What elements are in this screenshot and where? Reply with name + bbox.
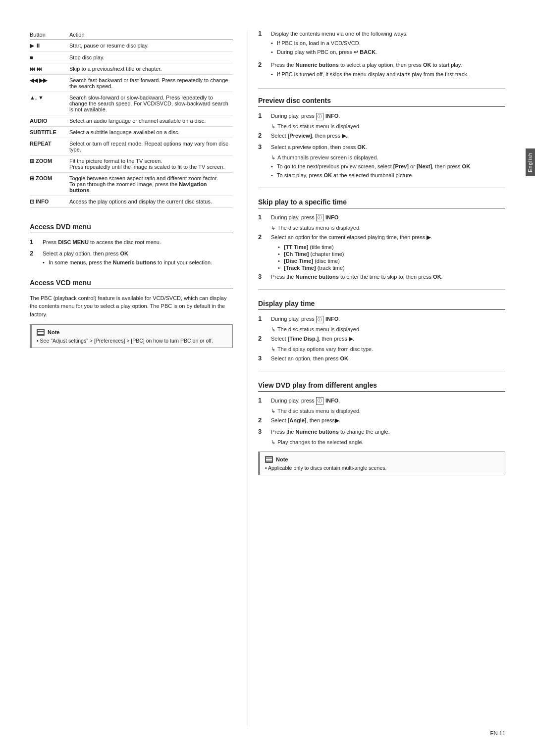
- dvd-steps: 1 Press DISC MENU to access the disc roo…: [30, 238, 233, 269]
- divider-1: [258, 88, 505, 89]
- table-row: ▶ ⏸Start, pause or resume disc play.: [30, 40, 233, 52]
- table-cell-button: ⊞ ZOOM: [30, 155, 69, 173]
- table-cell-button: ⊡ INFO: [30, 196, 69, 208]
- table-row: REPEATSelect or turn off repeat mode. Re…: [30, 138, 233, 155]
- table-cell-button: ⏮ ⏭: [30, 63, 69, 75]
- intro-bullet-1: If PBC is on, load in a VCD/SVCD.: [271, 40, 505, 47]
- table-cell-action: Fit the picture format to the TV screen.…: [69, 155, 233, 173]
- dvd-step-2: 2 Select a play option, then press OK. I…: [30, 250, 233, 269]
- table-cell-action: Search slow-forward or slow-backward. Pr…: [69, 92, 233, 115]
- skip-time-ch: [Ch Time] (chapter time): [278, 251, 505, 257]
- skip-time-disc: [Disc Time] (disc time): [278, 258, 505, 264]
- table-cell-button: ■: [30, 52, 69, 63]
- note-icon-2: [265, 456, 273, 463]
- divider-3: [258, 289, 505, 290]
- table-cell-button: ▲, ▼: [30, 92, 69, 115]
- table-row: ⊞ ZOOMToggle between screen aspect ratio…: [30, 173, 233, 196]
- skip-step-2: 2 Select an option for the current elaps…: [258, 233, 505, 242]
- table-col-button: Button: [30, 30, 69, 40]
- table-row: ⊡ INFOAccess the play options and displa…: [30, 196, 233, 208]
- table-cell-button: REPEAT: [30, 138, 69, 155]
- table-row: ⊞ ZOOMFit the picture format to the TV s…: [30, 155, 233, 173]
- skip-section-title: Skip play to a specific time: [258, 198, 505, 208]
- intro-bullet-3: If PBC is turned off, it skips the menu …: [271, 71, 505, 78]
- angles-arrow-3: ↳ Play changes to the selected angle.: [271, 439, 505, 446]
- table-cell-action: Access the play options and display the …: [69, 196, 233, 208]
- table-cell-action: Select an audio language or channel avai…: [69, 115, 233, 127]
- skip-step-1: 1 During play, press ⓘ INFO.: [258, 213, 505, 222]
- vcd-note-text: • See "Adjust settings" > [Preferences] …: [37, 338, 227, 344]
- left-column: Button Action ▶ ⏸Start, pause or resume …: [30, 30, 248, 726]
- preview-sub-1: To go to the next/previous prview screen…: [271, 163, 505, 170]
- vcd-note-title: Note: [37, 329, 227, 336]
- english-tab: English: [526, 149, 535, 176]
- table-cell-action: Start, pause or resume disc play.: [69, 40, 233, 52]
- table-cell-button: SUBTITLE: [30, 127, 69, 138]
- table-cell-action: Select or turn off repeat mode. Repeat o…: [69, 138, 233, 155]
- dvd-step-1: 1 Press DISC MENU to access the disc roo…: [30, 238, 233, 247]
- display-steps: 1 During play, press ⓘ INFO. ↳ The disc …: [258, 315, 505, 363]
- intro-steps: 1 Display the contents menu via one of t…: [258, 30, 505, 80]
- skip-arrow-1: ↳ The disc status menu is displayed.: [271, 225, 505, 231]
- table-cell-action: Skip to a previous/next title or chapter…: [69, 63, 233, 75]
- right-column: 1 Display the contents menu via one of t…: [248, 30, 505, 726]
- preview-step-2: 2 Select [Preview], then press ▶.: [258, 132, 505, 140]
- preview-steps: 1 During play, press ⓘ INFO. ↳ The disc …: [258, 112, 505, 179]
- table-row: ⏮ ⏭Skip to a previous/next title or chap…: [30, 63, 233, 75]
- table-cell-button: ▶ ⏸: [30, 40, 69, 52]
- angles-step-2: 2 Select [Angle], then press▶.: [258, 416, 505, 425]
- skip-step-3: 3 Press the Numeric buttons to enter the…: [258, 273, 505, 281]
- preview-arrow-3: ↳ A thumbnails preview screen is display…: [271, 154, 505, 161]
- table-row: SUBTITLESelect a subtitle language avail…: [30, 127, 233, 138]
- table-cell-button: ◀◀ ▶▶: [30, 75, 69, 92]
- divider-4: [258, 371, 505, 371]
- intro-step-2: 2 Press the Numeric buttons to select a …: [258, 61, 505, 80]
- intro-bullet-2: During play with PBC on, press ↩ BACK.: [271, 49, 505, 56]
- preview-step-3: 3 Select a preview option, then press OK…: [258, 143, 505, 151]
- intro-step-1: 1 Display the contents menu via one of t…: [258, 30, 505, 58]
- display-section-title: Display play time: [258, 300, 505, 310]
- dvd-section-title: Access DVD menu: [30, 223, 233, 233]
- preview-sub-2: To start play, press OK at the selected …: [271, 172, 505, 179]
- vcd-note-box: Note • See "Adjust settings" > [Preferen…: [30, 324, 233, 348]
- skip-time-options: [TT Time] (title time) [Ch Time] (chapte…: [278, 244, 505, 271]
- table-cell-action: Search fast-backward or fast-forward. Pr…: [69, 75, 233, 92]
- table-row: ◀◀ ▶▶Search fast-backward or fast-forwar…: [30, 75, 233, 92]
- table-row: ■Stop disc play.: [30, 52, 233, 63]
- angles-note-box: Note • Applicable only to discs contain …: [258, 452, 505, 475]
- dvd-step-2-sub: In some menus, press the Numeric buttons…: [43, 259, 233, 266]
- display-step-2: 2 Select [Time Disp.], then press ▶.: [258, 335, 505, 343]
- preview-section-title: Preview disc contents: [258, 97, 505, 107]
- page: Button Action ▶ ⏸Start, pause or resume …: [0, 0, 535, 756]
- angles-section-title: View DVD play from different angles: [258, 381, 505, 392]
- angles-note-text: • Applicable only to discs contain multi…: [265, 465, 500, 471]
- vcd-section-title: Access VCD menu: [30, 279, 233, 289]
- skip-time-track: [Track Time] (track time): [278, 265, 505, 271]
- preview-arrow-1: ↳ The disc status menu is displayed.: [271, 123, 505, 130]
- display-arrow-2: ↳ The display options vary from disc typ…: [271, 346, 505, 353]
- preview-sub-bullets: To go to the next/previous prview screen…: [271, 163, 505, 180]
- table-cell-button: ⊞ ZOOM: [30, 173, 69, 196]
- angles-note-title: Note: [265, 456, 500, 463]
- angles-step-3: 3 Press the Numeric buttons to change th…: [258, 428, 505, 436]
- display-step-1: 1 During play, press ⓘ INFO.: [258, 315, 505, 323]
- table-row: AUDIOSelect an audio language or channel…: [30, 115, 233, 127]
- button-table: Button Action ▶ ⏸Start, pause or resume …: [30, 30, 233, 208]
- skip-time-tt: [TT Time] (title time): [278, 244, 505, 250]
- table-col-action: Action: [69, 30, 233, 40]
- table-cell-button: AUDIO: [30, 115, 69, 127]
- skip-steps: 1 During play, press ⓘ INFO. ↳ The disc …: [258, 213, 505, 282]
- display-arrow-1: ↳ The disc status menu is displayed.: [271, 326, 505, 333]
- divider-2: [258, 188, 505, 188]
- display-step-3: 3 Select an option, then press OK.: [258, 354, 505, 363]
- preview-step-1: 1 During play, press ⓘ INFO.: [258, 112, 505, 120]
- table-cell-action: Stop disc play.: [69, 52, 233, 63]
- angles-steps: 1 During play, press ⓘ INFO. ↳ The disc …: [258, 397, 505, 446]
- note-icon: [37, 329, 45, 336]
- vcd-para: The PBC (playback control) feature is av…: [30, 294, 233, 319]
- angles-arrow-1: ↳ The disc status menu is displayed.: [271, 408, 505, 414]
- page-footer: EN 11: [490, 730, 505, 736]
- table-cell-action: Toggle between screen aspect ratio and d…: [69, 173, 233, 196]
- table-row: ▲, ▼Search slow-forward or slow-backward…: [30, 92, 233, 115]
- table-cell-action: Select a subtitle language availabel on …: [69, 127, 233, 138]
